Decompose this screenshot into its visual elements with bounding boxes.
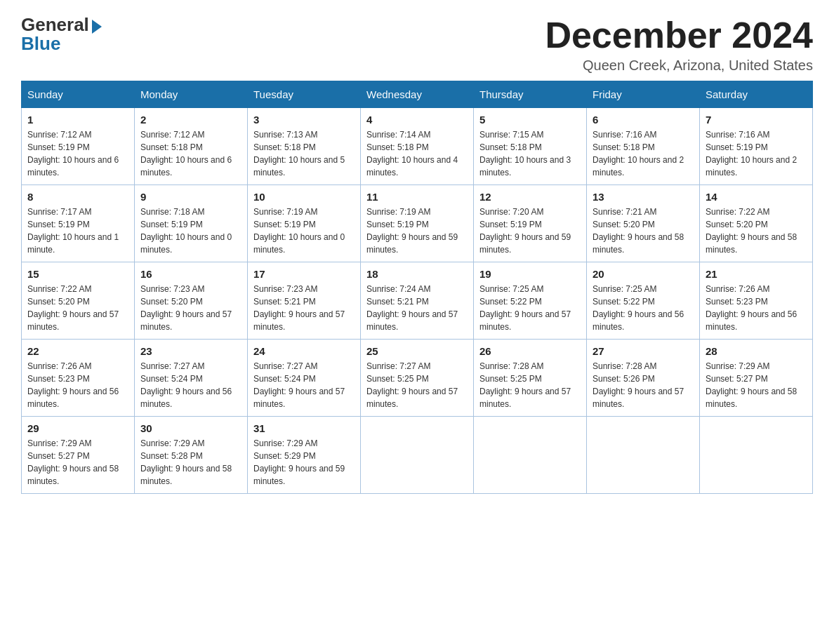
day-number: 27 (593, 345, 694, 357)
day-number: 25 (366, 345, 468, 357)
day-number: 15 (27, 268, 128, 280)
day-number: 18 (366, 268, 468, 280)
calendar-cell: 23 Sunrise: 7:27 AMSunset: 5:24 PMDaylig… (135, 340, 248, 417)
page-header: General Blue December 2024 Queen Creek, … (21, 14, 813, 74)
calendar-subtitle: Queen Creek, Arizona, United States (545, 58, 813, 74)
calendar-cell: 30 Sunrise: 7:29 AMSunset: 5:28 PMDaylig… (135, 417, 248, 494)
calendar-cell: 8 Sunrise: 7:17 AMSunset: 5:19 PMDayligh… (22, 185, 135, 262)
calendar-cell: 1 Sunrise: 7:12 AMSunset: 5:19 PMDayligh… (22, 108, 135, 185)
calendar-cell: 9 Sunrise: 7:18 AMSunset: 5:19 PMDayligh… (135, 185, 248, 262)
day-info: Sunrise: 7:19 AMSunset: 5:19 PMDaylight:… (366, 206, 468, 256)
calendar-cell: 11 Sunrise: 7:19 AMSunset: 5:19 PMDaylig… (361, 185, 474, 262)
calendar-week-5: 29 Sunrise: 7:29 AMSunset: 5:27 PMDaylig… (22, 417, 813, 494)
day-info: Sunrise: 7:23 AMSunset: 5:21 PMDaylight:… (253, 283, 355, 333)
calendar-cell (361, 417, 474, 494)
calendar-cell: 17 Sunrise: 7:23 AMSunset: 5:21 PMDaylig… (248, 262, 361, 340)
day-number: 6 (593, 114, 694, 126)
calendar-header-row: SundayMondayTuesdayWednesdayThursdayFrid… (22, 81, 813, 108)
day-header-saturday: Saturday (700, 81, 813, 108)
calendar-cell: 31 Sunrise: 7:29 AMSunset: 5:29 PMDaylig… (248, 417, 361, 494)
day-header-tuesday: Tuesday (248, 81, 361, 108)
day-number: 16 (140, 268, 241, 280)
day-header-wednesday: Wednesday (361, 81, 474, 108)
calendar-cell: 28 Sunrise: 7:29 AMSunset: 5:27 PMDaylig… (700, 340, 813, 417)
calendar-cell: 14 Sunrise: 7:22 AMSunset: 5:20 PMDaylig… (700, 185, 813, 262)
logo: General Blue (21, 14, 102, 55)
calendar-cell: 12 Sunrise: 7:20 AMSunset: 5:19 PMDaylig… (474, 185, 587, 262)
day-info: Sunrise: 7:15 AMSunset: 5:18 PMDaylight:… (479, 128, 581, 179)
calendar-cell: 25 Sunrise: 7:27 AMSunset: 5:25 PMDaylig… (361, 340, 474, 417)
day-number: 7 (706, 114, 807, 126)
day-info: Sunrise: 7:17 AMSunset: 5:19 PMDaylight:… (27, 206, 128, 256)
day-number: 31 (253, 422, 355, 434)
day-header-sunday: Sunday (22, 81, 135, 108)
calendar-cell: 10 Sunrise: 7:19 AMSunset: 5:19 PMDaylig… (248, 185, 361, 262)
day-number: 17 (253, 268, 355, 280)
day-info: Sunrise: 7:25 AMSunset: 5:22 PMDaylight:… (479, 283, 581, 333)
calendar-cell (700, 417, 813, 494)
day-number: 9 (140, 191, 241, 203)
calendar-week-4: 22 Sunrise: 7:26 AMSunset: 5:23 PMDaylig… (22, 340, 813, 417)
day-info: Sunrise: 7:13 AMSunset: 5:18 PMDaylight:… (253, 128, 355, 179)
calendar-title: December 2024 (545, 14, 813, 56)
day-header-thursday: Thursday (474, 81, 587, 108)
day-info: Sunrise: 7:22 AMSunset: 5:20 PMDaylight:… (706, 206, 807, 256)
calendar-cell: 22 Sunrise: 7:26 AMSunset: 5:23 PMDaylig… (22, 340, 135, 417)
day-info: Sunrise: 7:16 AMSunset: 5:18 PMDaylight:… (593, 128, 694, 179)
calendar-cell: 24 Sunrise: 7:27 AMSunset: 5:24 PMDaylig… (248, 340, 361, 417)
day-info: Sunrise: 7:12 AMSunset: 5:18 PMDaylight:… (140, 128, 241, 179)
calendar-cell: 4 Sunrise: 7:14 AMSunset: 5:18 PMDayligh… (361, 108, 474, 185)
day-info: Sunrise: 7:16 AMSunset: 5:19 PMDaylight:… (706, 128, 807, 179)
calendar-week-2: 8 Sunrise: 7:17 AMSunset: 5:19 PMDayligh… (22, 185, 813, 262)
day-number: 13 (593, 191, 694, 203)
calendar-cell: 19 Sunrise: 7:25 AMSunset: 5:22 PMDaylig… (474, 262, 587, 340)
logo-arrow-icon (92, 20, 102, 34)
calendar-cell: 27 Sunrise: 7:28 AMSunset: 5:26 PMDaylig… (587, 340, 700, 417)
day-info: Sunrise: 7:26 AMSunset: 5:23 PMDaylight:… (706, 283, 807, 333)
day-info: Sunrise: 7:27 AMSunset: 5:24 PMDaylight:… (140, 360, 241, 410)
day-info: Sunrise: 7:26 AMSunset: 5:23 PMDaylight:… (27, 360, 128, 410)
day-number: 22 (27, 345, 128, 357)
title-section: December 2024 Queen Creek, Arizona, Unit… (545, 14, 813, 74)
calendar-cell: 18 Sunrise: 7:24 AMSunset: 5:21 PMDaylig… (361, 262, 474, 340)
day-header-friday: Friday (587, 81, 700, 108)
calendar-cell: 15 Sunrise: 7:22 AMSunset: 5:20 PMDaylig… (22, 262, 135, 340)
day-info: Sunrise: 7:20 AMSunset: 5:19 PMDaylight:… (479, 206, 581, 256)
logo-blue-text: Blue (21, 33, 60, 55)
day-info: Sunrise: 7:24 AMSunset: 5:21 PMDaylight:… (366, 283, 468, 333)
day-info: Sunrise: 7:29 AMSunset: 5:29 PMDaylight:… (253, 437, 355, 488)
calendar-cell: 3 Sunrise: 7:13 AMSunset: 5:18 PMDayligh… (248, 108, 361, 185)
day-info: Sunrise: 7:18 AMSunset: 5:19 PMDaylight:… (140, 206, 241, 256)
day-number: 12 (479, 191, 581, 203)
day-number: 2 (140, 114, 241, 126)
day-info: Sunrise: 7:14 AMSunset: 5:18 PMDaylight:… (366, 128, 468, 179)
day-number: 1 (27, 114, 128, 126)
calendar-cell (587, 417, 700, 494)
calendar-cell: 26 Sunrise: 7:28 AMSunset: 5:25 PMDaylig… (474, 340, 587, 417)
day-number: 10 (253, 191, 355, 203)
day-number: 8 (27, 191, 128, 203)
day-info: Sunrise: 7:22 AMSunset: 5:20 PMDaylight:… (27, 283, 128, 333)
calendar-cell: 7 Sunrise: 7:16 AMSunset: 5:19 PMDayligh… (700, 108, 813, 185)
day-number: 30 (140, 422, 241, 434)
day-info: Sunrise: 7:12 AMSunset: 5:19 PMDaylight:… (27, 128, 128, 179)
day-info: Sunrise: 7:28 AMSunset: 5:26 PMDaylight:… (593, 360, 694, 410)
day-number: 4 (366, 114, 468, 126)
calendar-cell: 6 Sunrise: 7:16 AMSunset: 5:18 PMDayligh… (587, 108, 700, 185)
calendar-week-3: 15 Sunrise: 7:22 AMSunset: 5:20 PMDaylig… (22, 262, 813, 340)
day-number: 5 (479, 114, 581, 126)
calendar-cell: 29 Sunrise: 7:29 AMSunset: 5:27 PMDaylig… (22, 417, 135, 494)
calendar-week-1: 1 Sunrise: 7:12 AMSunset: 5:19 PMDayligh… (22, 108, 813, 185)
day-info: Sunrise: 7:19 AMSunset: 5:19 PMDaylight:… (253, 206, 355, 256)
day-number: 29 (27, 422, 128, 434)
day-number: 23 (140, 345, 241, 357)
day-number: 26 (479, 345, 581, 357)
day-number: 11 (366, 191, 468, 203)
calendar-cell: 20 Sunrise: 7:25 AMSunset: 5:22 PMDaylig… (587, 262, 700, 340)
day-info: Sunrise: 7:29 AMSunset: 5:27 PMDaylight:… (27, 437, 128, 488)
day-info: Sunrise: 7:29 AMSunset: 5:28 PMDaylight:… (140, 437, 241, 488)
day-number: 28 (706, 345, 807, 357)
day-number: 19 (479, 268, 581, 280)
day-number: 3 (253, 114, 355, 126)
calendar-cell: 16 Sunrise: 7:23 AMSunset: 5:20 PMDaylig… (135, 262, 248, 340)
